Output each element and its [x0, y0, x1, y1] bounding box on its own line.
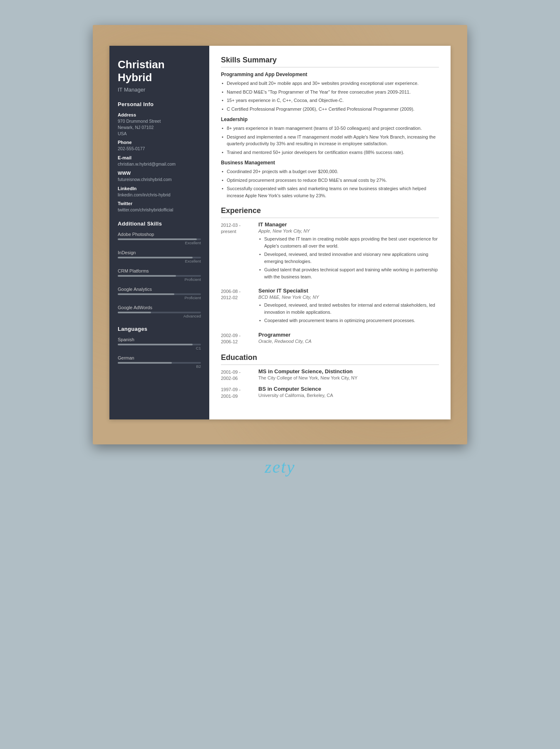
experience-entry: 2012-03 -present IT Manager Apple, New Y…: [221, 221, 439, 282]
exp-company: Apple, New York City, NY: [258, 228, 439, 233]
exp-details: Senior IT Specialist BCD M&E, New York C…: [258, 288, 439, 326]
twitter-value: twitter.com/chrishybridofficial: [118, 207, 201, 213]
www-value: futureisnow.chrishybrid.com: [118, 176, 201, 183]
edu-details: BS in Computer Science University of Cal…: [258, 386, 439, 399]
email-label: E-mail: [118, 155, 201, 160]
bullet-item: 8+ years experience in team management (…: [221, 125, 439, 132]
skill-item: Google AdWords Advanced: [118, 305, 201, 318]
exp-bullet: Supervised the IT team in creating mobil…: [258, 236, 439, 249]
exp-details: IT Manager Apple, New York City, NY Supe…: [258, 221, 439, 282]
exp-date: 2012-03 -present: [221, 221, 258, 282]
skill-name: Google AdWords: [118, 305, 201, 310]
language-name: Spanish: [118, 337, 201, 342]
exp-job-title: Senior IT Specialist: [258, 288, 439, 294]
www-label: WWW: [118, 171, 201, 176]
education-heading: Education: [221, 353, 439, 365]
language-bar-bg: [118, 362, 201, 364]
skill-level: Advanced: [118, 314, 201, 318]
skill-name: CRM Platforms: [118, 268, 201, 273]
bullet-item: Coordinated 20+ projects with a budget o…: [221, 168, 439, 175]
exp-company: Oracle, Redwood City, CA: [258, 339, 439, 344]
skill-bar-bg: [118, 293, 201, 295]
experience-heading: Experience: [221, 206, 439, 218]
language-level: B2: [118, 364, 201, 369]
language-name: German: [118, 355, 201, 360]
address-label: Address: [118, 112, 201, 117]
exp-company: BCD M&E, New York City, NY: [258, 295, 439, 300]
twitter-label: Twitter: [118, 201, 201, 206]
bullet-item: Named BCD M&E's "Top Programmer of The Y…: [221, 89, 439, 96]
edu-details: MS in Computer Science, Distinction The …: [258, 368, 439, 382]
skill-level: Excellent: [118, 241, 201, 245]
linkedin-label: LinkedIn: [118, 186, 201, 191]
skill-bar-bg: [118, 257, 201, 258]
main-content: Skills Summary Programming and App Devel…: [209, 46, 451, 419]
candidate-name: Christian Hybrid: [118, 58, 201, 84]
exp-bullet: Guided talent that provides technical su…: [258, 266, 439, 280]
skill-bar-fill: [118, 257, 193, 258]
education-section: Education 2001-09 -2002-06 MS in Compute…: [221, 353, 439, 400]
exp-date: 2002-09 -2006-12: [221, 332, 258, 346]
programming-bullets: Developed and built 20+ mobile apps and …: [221, 80, 439, 112]
candidate-title: IT Manager: [118, 87, 201, 93]
resume: Christian Hybrid IT Manager Personal Inf…: [109, 46, 451, 419]
skill-bar-fill: [118, 293, 174, 295]
personal-info-heading: Personal Info: [118, 101, 201, 107]
skill-item: Google Analytics Proficient: [118, 287, 201, 300]
language-bar-bg: [118, 344, 201, 345]
skill-name: Google Analytics: [118, 287, 201, 292]
skills-summary-section: Skills Summary Programming and App Devel…: [221, 56, 439, 199]
linkedin-value: linkedin.com/in/chris-hybrid: [118, 192, 201, 198]
skill-level: Excellent: [118, 259, 201, 263]
language-item: German B2: [118, 355, 201, 369]
language-bar-fill: [118, 362, 172, 364]
edu-school: The City College of New York, New York C…: [258, 375, 439, 380]
additional-skills-heading: Additional Skills: [118, 221, 201, 227]
skill-item: InDesign Excellent: [118, 250, 201, 263]
skill-bar-fill: [118, 275, 176, 277]
bullet-item: C Certified Professional Programmer (200…: [221, 106, 439, 113]
cork-board: Christian Hybrid IT Manager Personal Inf…: [93, 25, 467, 444]
experience-section: Experience 2012-03 -present IT Manager A…: [221, 206, 439, 346]
skill-bar-bg: [118, 275, 201, 277]
leadership-bullets: 8+ years experience in team management (…: [221, 125, 439, 156]
edu-date: 1997-09 -2001-09: [221, 386, 258, 399]
bullet-item: Successfully cooperated with sales and m…: [221, 185, 439, 199]
skill-item: CRM Platforms Proficient: [118, 268, 201, 282]
skill-bar-bg: [118, 312, 201, 313]
edu-degree: MS in Computer Science, Distinction: [258, 368, 439, 374]
skill-bar-bg: [118, 238, 201, 240]
phone-value: 202-555-0177: [118, 146, 201, 152]
exp-date: 2006-08 -2012-02: [221, 288, 258, 326]
exp-bullet: Developed, reviewed, and tested innovati…: [258, 251, 439, 265]
exp-job-title: Programmer: [258, 332, 439, 338]
skills-summary-heading: Skills Summary: [221, 56, 439, 67]
language-item: Spanish C1: [118, 337, 201, 350]
edu-date: 2001-09 -2002-06: [221, 368, 258, 382]
leadership-heading: Leadership: [221, 117, 439, 122]
education-entry: 1997-09 -2001-09 BS in Computer Science …: [221, 386, 439, 399]
language-bar-fill: [118, 344, 193, 345]
exp-details: Programmer Oracle, Redwood City, CA: [258, 332, 439, 346]
business-bullets: Coordinated 20+ projects with a budget o…: [221, 168, 439, 199]
skill-bar-fill: [118, 312, 151, 313]
address-value: 970 Drummond StreetNewark, NJ 07102USA: [118, 118, 201, 136]
edu-degree: BS in Computer Science: [258, 386, 439, 392]
skill-level: Proficient: [118, 277, 201, 282]
bullet-item: Developed and built 20+ mobile apps and …: [221, 80, 439, 87]
languages-heading: Languages: [118, 326, 201, 332]
exp-job-title: IT Manager: [258, 221, 439, 228]
skill-name: InDesign: [118, 250, 201, 255]
skill-name: Adobe Photoshop: [118, 232, 201, 237]
bullet-item: 15+ years experience in C, C++, Cocoa, a…: [221, 97, 439, 104]
bullet-item: Optimized procurement processes to reduc…: [221, 177, 439, 184]
education-entry: 2001-09 -2002-06 MS in Computer Science,…: [221, 368, 439, 382]
zety-brand: zety: [265, 457, 295, 477]
business-heading: Business Management: [221, 160, 439, 166]
bullet-item: Trained and mentored 50+ junior develope…: [221, 149, 439, 156]
skill-level: Proficient: [118, 295, 201, 300]
experience-entry: 2002-09 -2006-12 Programmer Oracle, Redw…: [221, 332, 439, 346]
experience-list: 2012-03 -present IT Manager Apple, New Y…: [221, 221, 439, 346]
experience-entry: 2006-08 -2012-02 Senior IT Specialist BC…: [221, 288, 439, 326]
skill-bar-fill: [118, 238, 197, 240]
